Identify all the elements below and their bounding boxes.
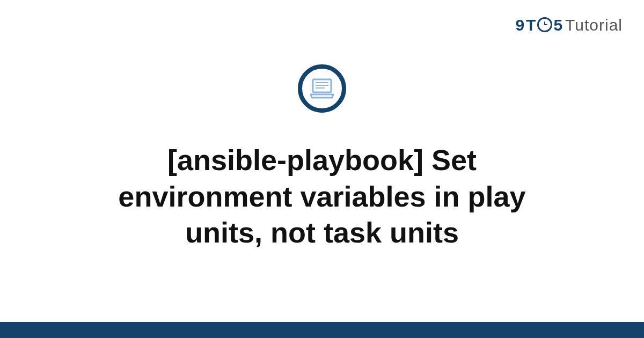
page-title: [ansible-playbook] Set environment varia… — [54, 142, 590, 251]
brand-logo: 9 T 5 Tutorial — [515, 16, 623, 34]
hero-section: [ansible-playbook] Set environment varia… — [0, 64, 644, 251]
clock-icon — [537, 17, 552, 32]
brand-t: T — [526, 16, 536, 34]
brand-tutorial: Tutorial — [565, 16, 623, 34]
brand-five: 5 — [553, 16, 563, 34]
brand-nine: 9 — [515, 16, 525, 34]
laptop-icon — [298, 64, 346, 113]
footer-bar — [0, 322, 644, 338]
